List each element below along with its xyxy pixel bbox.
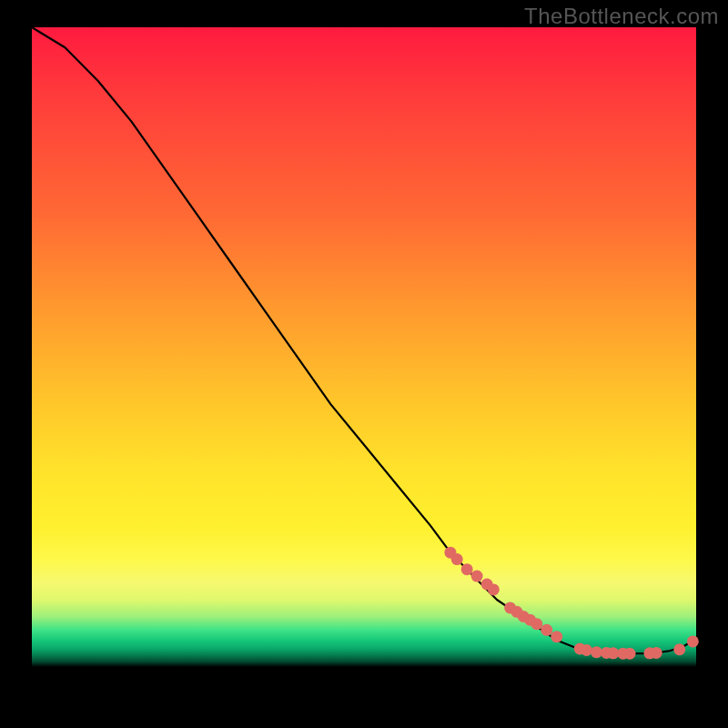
highlight-dot xyxy=(541,624,552,636)
highlight-dot xyxy=(471,571,483,582)
highlight-dot xyxy=(687,635,699,647)
curve-svg xyxy=(32,27,696,701)
highlight-dot xyxy=(581,644,592,656)
watermark-text: TheBottleneck.com xyxy=(524,4,719,29)
highlight-dot xyxy=(461,563,473,575)
chart-frame: TheBottleneck.com xyxy=(0,0,728,728)
highlight-dot xyxy=(551,631,562,642)
highlight-dot xyxy=(651,647,662,659)
bottleneck-curve-line xyxy=(32,27,696,653)
highlight-dot xyxy=(673,643,685,655)
highlight-dot xyxy=(451,553,463,565)
plot-area xyxy=(32,27,696,701)
highlight-dot xyxy=(624,648,636,660)
highlight-dot xyxy=(531,618,542,630)
highlight-dot xyxy=(488,583,500,595)
highlight-dots-group xyxy=(444,547,698,660)
